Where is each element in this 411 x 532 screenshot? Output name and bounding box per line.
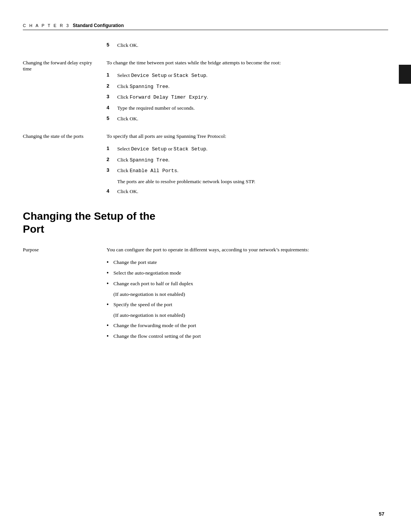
bullet-text-2: Select the auto-negotiation mode <box>113 269 181 277</box>
step-p-4: 4 Click OK. <box>107 188 388 195</box>
section-top-step5: 5 Click OK. <box>23 42 388 52</box>
intro-ports: To specify that all ports are using Span… <box>107 133 388 141</box>
purpose-intro: You can configure the port to operate in… <box>107 246 388 254</box>
step-num-fd-4: 4 <box>107 104 117 110</box>
code-stack-setup-2: Stack Setup <box>174 146 206 152</box>
left-col-purpose: Purpose <box>23 246 107 343</box>
step-num-fd-2: 2 <box>107 83 117 89</box>
step-text-p-4: Click OK. <box>117 188 388 195</box>
step-num-p-3: 3 <box>107 167 117 173</box>
bullet-text-3: Change each port to half or full duplex <box>113 280 193 288</box>
chapter-divider <box>23 30 388 30</box>
bullet-item-6: • Change the flow control setting of the… <box>107 332 388 340</box>
step-num-p-1: 1 <box>107 145 117 151</box>
step-text-fd-5: Click OK. <box>117 115 388 123</box>
step-fd-2: 2 Click Spanning Tree. <box>107 83 388 91</box>
intro-forward-delay: To change the time between port states w… <box>107 59 388 67</box>
code-device-setup-2: Device Setup <box>131 146 167 152</box>
bullet-dot-1: • <box>107 259 113 267</box>
step-fd-1: 1 Select Device Setup or Stack Setup. <box>107 72 388 80</box>
step-text-fd-2: Click Spanning Tree. <box>117 83 388 91</box>
page-marker <box>399 65 411 84</box>
code-stack-setup-1: Stack Setup <box>174 73 206 78</box>
bullet-dot-6: • <box>107 332 113 340</box>
step-text-5-top: Click OK. <box>117 42 388 49</box>
purpose-label: Purpose <box>23 247 39 252</box>
bullet-item-1: • Change the port state <box>107 259 388 267</box>
bullet-sub-text-2: (If auto-negotiation is not enabled) <box>113 312 185 319</box>
step-num-p-4: 4 <box>107 188 117 194</box>
step-p-3: 3 Click Enable All Ports. <box>107 167 388 175</box>
step-fd-3: 3 Click Forward Delay Timer Expiry. <box>107 93 388 101</box>
heading-line1: Changing the Setup of the <box>23 210 155 222</box>
bullet-dot-4: • <box>107 301 113 309</box>
page-number: 57 <box>379 511 384 517</box>
bullet-dot-2: • <box>107 269 113 277</box>
heading-line2: Port <box>23 223 44 235</box>
bullet-sub-text-1: (If auto-negotiation is not enabled) <box>113 291 185 298</box>
bullet-text-6: Change the flow control setting of the p… <box>113 332 201 340</box>
bullet-item-3: • Change each port to half or full duple… <box>107 280 388 288</box>
bullet-dot-3: • <box>107 280 113 288</box>
bullet-list: • Change the port state • Select the aut… <box>107 259 388 340</box>
step-fd-4: 4 Type the required number of seconds. <box>107 104 388 112</box>
right-col-purpose: You can configure the port to operate in… <box>107 246 388 343</box>
left-col-empty-1 <box>23 42 107 52</box>
step-text-p-1: Select Device Setup or Stack Setup. <box>117 145 388 153</box>
left-col-forward-delay: Changing the forward delay expiry time <box>23 59 107 126</box>
step-num-p-2: 2 <box>107 156 117 162</box>
section-heading: Changing the Setup of the Port <box>23 210 388 235</box>
step-p-2: 2 Click Spanning Tree. <box>107 156 388 164</box>
code-enable-all-ports: Enable All Ports <box>130 168 177 174</box>
code-spanning-tree-1: Spanning Tree <box>130 84 168 89</box>
left-label-1: Changing the forward delay expiry time <box>23 60 92 72</box>
forward-delay-section: Changing the forward delay expiry time T… <box>23 59 388 126</box>
chapter-label: C H A P T E R 3 <box>23 23 70 28</box>
step-text-fd-3: Click Forward Delay Timer Expiry. <box>117 93 388 101</box>
bullet-text-1: Change the port state <box>113 259 157 266</box>
step-text-p-2: Click Spanning Tree. <box>117 156 388 164</box>
chapter-header: C H A P T E R 3 Standard Configuration <box>0 23 411 28</box>
bullet-item-5: • Change the forwarding mode of the port <box>107 322 388 330</box>
bullet-sub-item-2: (If auto-negotiation is not enabled) <box>107 312 388 319</box>
bullet-dot-5: • <box>107 322 113 330</box>
code-forward-delay: Forward Delay Timer Expiry <box>130 94 207 100</box>
content-area: 5 Click OK. Changing the forward delay e… <box>0 42 411 343</box>
step-num-fd-3: 3 <box>107 93 117 99</box>
left-label-2: Changing the state of the ports <box>23 133 83 139</box>
step-5-top: 5 Click OK. <box>107 42 388 49</box>
code-device-setup-1: Device Setup <box>131 73 167 78</box>
right-col-step5: 5 Click OK. <box>107 42 388 52</box>
code-spanning-tree-2: Spanning Tree <box>130 157 168 163</box>
note-text: The ports are able to resolve problemati… <box>117 178 388 185</box>
step-number-5-top: 5 <box>107 42 117 48</box>
bullet-text-5: Change the forwarding mode of the port <box>113 322 196 329</box>
right-col-forward-delay: To change the time between port states w… <box>107 59 388 126</box>
bullet-item-4: • Specify the speed of the port <box>107 301 388 309</box>
step-fd-5: 5 Click OK. <box>107 115 388 123</box>
ports-state-section: Changing the state of the ports To speci… <box>23 133 388 198</box>
step-text-fd-1: Select Device Setup or Stack Setup. <box>117 72 388 80</box>
step-num-fd-1: 1 <box>107 72 117 78</box>
step-p-1: 1 Select Device Setup or Stack Setup. <box>107 145 388 153</box>
bullet-item-2: • Select the auto-negotiation mode <box>107 269 388 277</box>
right-col-ports: To specify that all ports are using Span… <box>107 133 388 198</box>
section2-wrapper: Changing the Setup of the Port Purpose Y… <box>23 210 388 343</box>
step-num-fd-5: 5 <box>107 115 117 121</box>
left-col-ports: Changing the state of the ports <box>23 133 107 198</box>
page: C H A P T E R 3 Standard Configuration 5… <box>0 0 411 532</box>
purpose-section: Purpose You can configure the port to op… <box>23 246 388 343</box>
bullet-text-4: Specify the speed of the port <box>113 301 172 308</box>
bullet-sub-item-1: (If auto-negotiation is not enabled) <box>107 291 388 298</box>
step-text-fd-4: Type the required number of seconds. <box>117 104 388 112</box>
step-text-p-3: Click Enable All Ports. <box>117 167 388 175</box>
chapter-title: Standard Configuration <box>73 23 124 28</box>
